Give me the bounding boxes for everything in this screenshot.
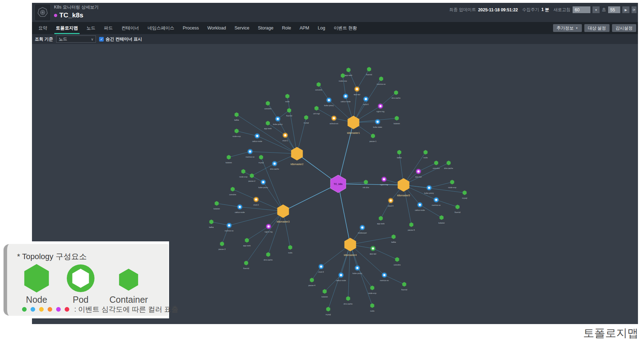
pod-node[interactable] xyxy=(254,133,260,139)
container-node[interactable] xyxy=(364,180,368,185)
reload-icon[interactable]: ⟳ xyxy=(632,6,637,13)
container-node[interactable] xyxy=(395,116,399,121)
container-node[interactable] xyxy=(346,68,350,72)
pod-node[interactable] xyxy=(433,197,439,203)
container-node[interactable] xyxy=(245,238,249,243)
tab-네임스페이스[interactable]: 네임스페이스 xyxy=(144,22,179,34)
container-node[interactable] xyxy=(455,205,459,209)
container-node[interactable] xyxy=(234,129,238,133)
container-node[interactable] xyxy=(370,303,374,308)
tab-Log[interactable]: Log xyxy=(314,22,330,34)
container-node[interactable] xyxy=(227,155,231,160)
container-node[interactable] xyxy=(409,223,413,227)
tab-APM[interactable]: APM xyxy=(295,22,313,34)
tab-요약[interactable]: 요약 xyxy=(34,22,52,34)
container-node[interactable] xyxy=(391,235,395,239)
pod-node[interactable] xyxy=(253,197,259,202)
container-node[interactable] xyxy=(341,73,345,78)
container-node[interactable] xyxy=(326,307,330,312)
pod-node[interactable] xyxy=(381,176,387,182)
container-node[interactable] xyxy=(462,191,466,195)
pod-node[interactable] xyxy=(275,116,281,122)
container-node[interactable] xyxy=(241,169,245,174)
container-node[interactable] xyxy=(250,174,254,178)
pod-node[interactable] xyxy=(331,115,337,121)
pod-node[interactable] xyxy=(354,86,360,92)
container-node[interactable] xyxy=(314,106,318,111)
cluster-hub-node[interactable] xyxy=(348,116,359,129)
tab-노드[interactable]: 노드 xyxy=(82,22,100,34)
container-node[interactable] xyxy=(220,242,224,246)
pod-node[interactable] xyxy=(237,204,243,210)
hidden-container-checkbox[interactable]: ✓ 숨긴 컨테이너 표시 xyxy=(99,36,142,42)
container-node[interactable] xyxy=(367,67,371,72)
container-node[interactable] xyxy=(395,257,399,262)
container-node[interactable] xyxy=(288,245,292,250)
pod-node[interactable] xyxy=(326,97,332,103)
pod-node[interactable] xyxy=(388,198,394,203)
pod-node[interactable] xyxy=(266,224,271,229)
pod-node[interactable] xyxy=(282,132,288,138)
pod-node[interactable] xyxy=(416,169,421,174)
container-node[interactable] xyxy=(450,180,454,185)
watch-settings-button[interactable]: 감시설정 xyxy=(612,24,636,32)
container-node[interactable] xyxy=(304,115,308,120)
container-node[interactable] xyxy=(209,220,213,224)
pod-node[interactable] xyxy=(375,119,380,125)
container-node[interactable] xyxy=(316,82,320,87)
tab-토폴로지맵[interactable]: 토폴로지맵 xyxy=(52,22,82,34)
refresh-seconds-input[interactable]: 60 xyxy=(573,6,590,13)
pod-node[interactable] xyxy=(318,264,324,269)
pod-node[interactable] xyxy=(247,149,253,154)
pod-node[interactable] xyxy=(417,202,423,208)
play-button-icon[interactable]: ▶ xyxy=(622,6,629,13)
target-settings-button[interactable]: 대상 설정 xyxy=(584,24,610,32)
container-node[interactable] xyxy=(266,121,270,126)
container-node[interactable] xyxy=(397,150,401,155)
pod-node[interactable] xyxy=(226,223,232,228)
tab-Storage[interactable]: Storage xyxy=(254,22,278,34)
tab-파드[interactable]: 파드 xyxy=(100,22,117,34)
tab-Role[interactable]: Role xyxy=(278,22,296,34)
tab-Workload[interactable]: Workload xyxy=(203,22,231,34)
pod-node[interactable] xyxy=(381,272,387,278)
pod-node[interactable] xyxy=(355,265,360,271)
view-by-select[interactable]: 노드 ∨ xyxy=(56,35,96,43)
container-node[interactable] xyxy=(371,134,375,138)
container-node[interactable] xyxy=(310,278,314,283)
container-node[interactable] xyxy=(285,94,289,99)
pod-node[interactable] xyxy=(343,93,348,99)
tab-Service[interactable]: Service xyxy=(230,22,254,34)
container-node[interactable] xyxy=(439,215,443,220)
tab-이벤트 현황[interactable]: 이벤트 현황 xyxy=(329,22,361,34)
cluster-hub-node[interactable] xyxy=(277,204,289,218)
container-node[interactable] xyxy=(259,155,263,160)
container-node[interactable] xyxy=(379,216,383,221)
container-node[interactable] xyxy=(287,108,291,113)
container-node[interactable] xyxy=(215,201,218,206)
container-node[interactable] xyxy=(266,252,270,257)
pod-node[interactable] xyxy=(370,246,376,251)
container-node[interactable] xyxy=(379,77,383,81)
container-node[interactable] xyxy=(244,261,248,265)
refresh-seconds-dropdown-icon[interactable]: ▾ xyxy=(592,6,600,13)
container-node[interactable] xyxy=(234,113,238,117)
pod-node[interactable] xyxy=(426,185,432,191)
container-node[interactable] xyxy=(423,150,427,155)
pod-node[interactable] xyxy=(378,103,383,109)
more-info-button[interactable]: 추가정보▼ xyxy=(553,24,582,32)
tab-Process[interactable]: Process xyxy=(179,22,203,34)
container-node[interactable] xyxy=(231,187,234,192)
container-node[interactable] xyxy=(394,91,398,95)
container-node[interactable] xyxy=(266,101,270,106)
container-node[interactable] xyxy=(402,282,406,287)
pod-node[interactable] xyxy=(272,161,277,166)
pod-node[interactable] xyxy=(338,272,344,278)
pod-node[interactable] xyxy=(260,179,266,185)
cluster-hub-node[interactable] xyxy=(291,147,303,160)
container-node[interactable] xyxy=(346,296,350,301)
pod-node[interactable] xyxy=(359,225,365,230)
tab-컨테이너[interactable]: 컨테이너 xyxy=(117,22,144,34)
checkbox-check-icon[interactable]: ✓ xyxy=(99,37,104,42)
container-node[interactable] xyxy=(447,161,450,165)
